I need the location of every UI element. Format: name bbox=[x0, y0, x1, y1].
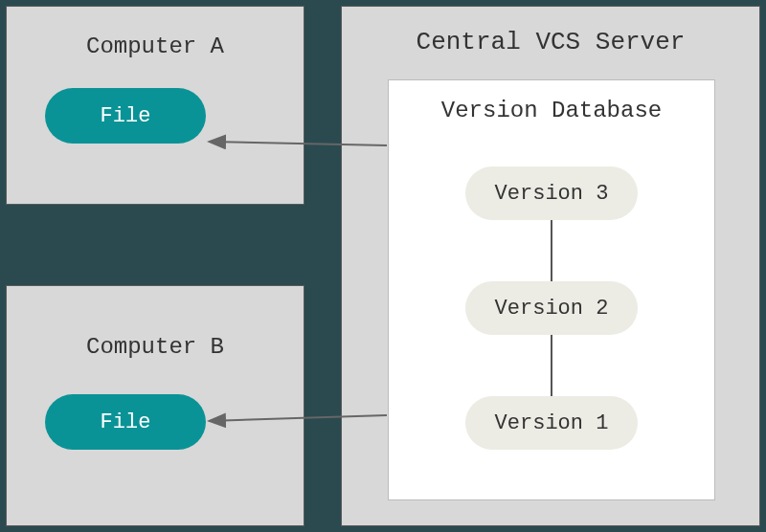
computer-b-file-label: File bbox=[101, 410, 151, 434]
version-database-box: Version Database Version 3 Version 2 Ver… bbox=[388, 79, 715, 500]
server-box: Central VCS Server Version Database Vers… bbox=[341, 6, 760, 526]
version-database-title: Version Database bbox=[389, 98, 714, 123]
computer-a-title: Computer A bbox=[7, 33, 304, 59]
version-1-label: Version 1 bbox=[495, 411, 609, 435]
computer-a-file-label: File bbox=[101, 104, 151, 128]
computer-a-file-pill: File bbox=[45, 88, 206, 144]
version-1-pill: Version 1 bbox=[465, 396, 638, 450]
version-2-pill: Version 2 bbox=[465, 281, 638, 335]
version-3-label: Version 3 bbox=[495, 182, 609, 206]
computer-b-box: Computer B File bbox=[6, 285, 304, 526]
version-2-label: Version 2 bbox=[495, 297, 609, 321]
version-3-pill: Version 3 bbox=[465, 166, 638, 220]
computer-b-title: Computer B bbox=[7, 334, 304, 360]
line-v2-v1 bbox=[551, 335, 552, 396]
computer-a-box: Computer A File bbox=[6, 6, 304, 205]
computer-b-file-pill: File bbox=[45, 394, 206, 450]
server-title: Central VCS Server bbox=[342, 28, 759, 56]
line-v3-v2 bbox=[551, 220, 552, 281]
